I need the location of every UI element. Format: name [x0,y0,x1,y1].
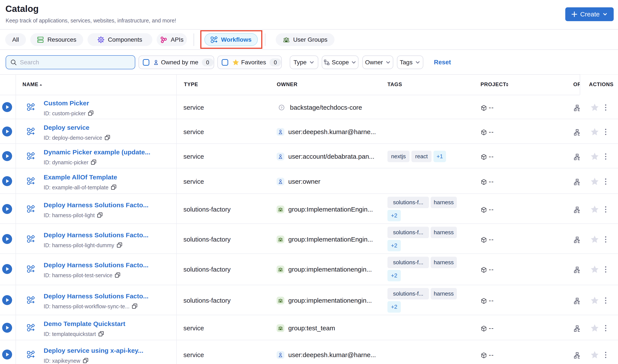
svg-text:?: ? [281,106,282,109]
